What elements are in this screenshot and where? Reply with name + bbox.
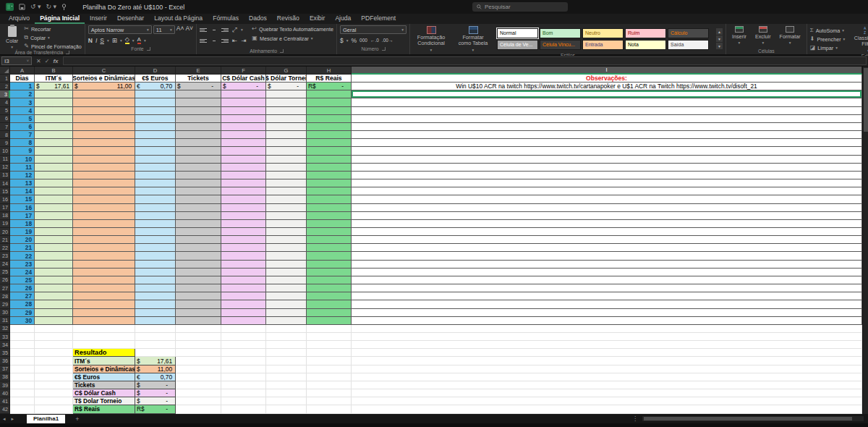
vertical-scrollbar-thumb[interactable] [864,68,868,132]
cell-I30[interactable] [352,309,862,317]
cell-I35[interactable] [352,349,862,357]
dialog-launcher-icon[interactable] [382,47,386,51]
cell-A37[interactable] [10,365,35,373]
cell-A30[interactable]: 29 [10,309,35,317]
cell-C30[interactable] [73,309,135,317]
cell-D26[interactable] [135,276,176,284]
cell-H27[interactable] [307,284,352,292]
column-header-B[interactable]: B [35,67,73,75]
cell-F32[interactable] [221,325,266,333]
cell-G28[interactable] [266,292,307,300]
cell-D33[interactable] [135,333,176,341]
cell-E5[interactable] [176,107,221,115]
cell-style-c-lula-vincu-[interactable]: Célula Vincu... [540,40,581,50]
cell-C29[interactable] [73,300,135,308]
cell-D20[interactable] [135,228,176,236]
cell-H7[interactable] [307,123,352,131]
cell-F26[interactable] [221,276,266,284]
row-header-36[interactable]: 36 [0,357,10,365]
cut-button[interactable]: ✂Recortar [24,25,82,33]
cell-F9[interactable] [221,139,266,147]
conditional-formatting-button[interactable]: Formatação Condicional▾ [413,25,449,53]
cell-F28[interactable] [221,292,266,300]
ribbon-tab-layout-da-página[interactable]: Layout da Página [149,13,208,24]
cell-G18[interactable] [266,212,307,220]
row-header-26[interactable]: 26 [0,276,10,284]
cell-G3[interactable] [266,90,307,98]
row-header-22[interactable]: 22 [0,244,10,252]
cell-D7[interactable] [135,123,176,131]
cell-style-nota[interactable]: Nota [625,40,666,50]
cell-E19[interactable] [176,220,221,228]
cell-B31[interactable] [35,317,73,325]
gallery-up-icon[interactable]: ▲ [716,28,723,35]
cell-B12[interactable] [35,164,73,172]
ribbon-tab-página-inicial[interactable]: Página Inicial [35,13,85,24]
cell-E36[interactable] [176,357,221,365]
cell-B14[interactable] [35,179,73,187]
cell-A4[interactable]: 3 [10,98,35,106]
cell-E31[interactable] [176,317,221,325]
cell-G27[interactable] [266,284,307,292]
format-cells-button[interactable]: Formatar▾ [777,25,804,46]
row-header-10[interactable]: 10 [0,147,10,155]
cell-F2[interactable]: $- [221,83,266,90]
cell-F31[interactable] [221,317,266,325]
horizontal-scrollbar-thumb[interactable] [644,417,852,420]
cell-G34[interactable] [266,341,307,349]
row-header-8[interactable]: 8 [0,131,10,139]
cell-D4[interactable] [135,98,176,106]
cell-D24[interactable] [135,261,176,269]
cell-D13[interactable] [135,172,176,179]
cell-G40[interactable] [266,389,307,397]
cell-C24[interactable] [73,261,135,269]
row-header-32[interactable]: 32 [0,325,10,333]
cell-I11[interactable] [352,156,862,164]
cell-B30[interactable] [35,309,73,317]
cell-F10[interactable] [221,147,266,155]
cell-G33[interactable] [266,333,307,341]
cell-style-normal[interactable]: Normal [497,28,538,38]
cell-C31[interactable] [73,317,135,325]
cell-C35[interactable]: Resultado [73,349,135,357]
cell-F3[interactable] [221,90,266,98]
cell-D22[interactable] [135,244,176,252]
cell-C8[interactable] [73,131,135,139]
cell-H25[interactable] [307,269,352,276]
cell-G21[interactable] [266,236,307,244]
cell-style-entrada[interactable]: Entrada [582,40,624,50]
cell-I13[interactable] [352,172,862,179]
cell-I27[interactable] [352,284,862,292]
cell-F21[interactable] [221,236,266,244]
cell-A34[interactable] [10,341,35,349]
cell-A35[interactable] [10,349,35,357]
cell-H34[interactable] [307,341,352,349]
cell-F39[interactable] [221,381,266,389]
cell-I14[interactable] [352,179,862,187]
cell-G38[interactable] [266,373,307,381]
cell-D40[interactable]: $- [135,389,176,397]
cell-C1[interactable]: Sorteios e Dinâmicas [73,75,135,83]
row-header-37[interactable]: 37 [0,365,10,373]
cell-H4[interactable] [307,98,352,106]
cell-I16[interactable] [352,195,862,203]
cell-B6[interactable] [35,115,73,123]
cell-style-bom[interactable]: Bom [540,28,581,38]
cell-C18[interactable] [73,212,135,220]
row-header-42[interactable]: 42 [0,405,10,413]
insert-cells-button[interactable]: Inserir▾ [729,25,749,46]
cell-B37[interactable] [35,365,73,373]
cell-H23[interactable] [307,252,352,260]
cell-E6[interactable] [176,115,221,123]
cell-H30[interactable] [307,309,352,317]
cell-D21[interactable] [135,236,176,244]
cell-G26[interactable] [266,276,307,284]
cell-D29[interactable] [135,300,176,308]
cell-E22[interactable] [176,244,221,252]
cell-G23[interactable] [266,252,307,260]
cell-E30[interactable] [176,309,221,317]
cell-H36[interactable] [307,357,352,365]
row-header-13[interactable]: 13 [0,172,10,179]
cell-E25[interactable] [176,269,221,276]
cell-F16[interactable] [221,195,266,203]
